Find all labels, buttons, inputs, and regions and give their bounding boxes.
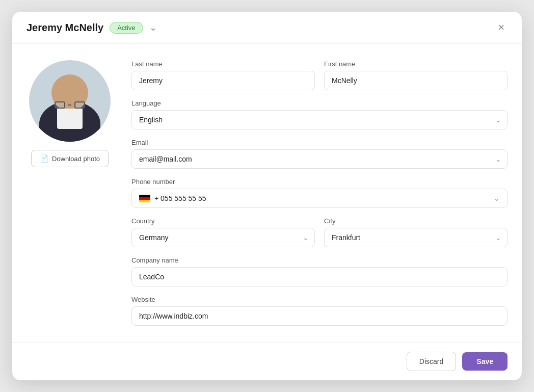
profile-modal: Jeremy McNelly Active ⌄ × 📄 Downl	[12, 12, 522, 380]
german-flag-icon	[139, 195, 150, 202]
location-row: Country Germany France USA UK ⌄ City	[131, 217, 508, 247]
first-name-input[interactable]	[324, 71, 508, 90]
company-input[interactable]	[131, 267, 508, 286]
modal-header: Jeremy McNelly Active ⌄ ×	[12, 12, 522, 44]
save-button[interactable]: Save	[462, 352, 508, 371]
phone-value: + 055 555 55 55	[154, 194, 490, 202]
company-group: Company name	[131, 256, 508, 286]
country-group: Country Germany France USA UK ⌄	[131, 217, 315, 247]
phone-select-wrapper: + 055 555 55 55 ⌄	[131, 189, 508, 208]
right-panel: Last name First name Language English Ge…	[131, 60, 508, 326]
last-name-group: Last name	[131, 60, 315, 90]
avatar	[29, 60, 111, 142]
email-group: Email email@mail.com ⌄	[131, 139, 508, 169]
name-row: Last name First name	[131, 60, 508, 90]
city-group: City Frankfurt Berlin Munich Hamburg ⌄	[324, 217, 508, 247]
email-label: Email	[131, 139, 508, 146]
glass-bridge	[68, 104, 71, 106]
close-button[interactable]: ×	[495, 21, 508, 34]
phone-group: Phone number + 055 555 55 55 ⌄	[131, 178, 508, 208]
country-select[interactable]: Germany France USA UK	[131, 228, 315, 247]
email-select[interactable]: email@mail.com	[131, 149, 508, 169]
avatar-collar	[57, 109, 83, 129]
download-icon: 📄	[40, 154, 48, 163]
company-label: Company name	[131, 256, 508, 264]
country-select-wrapper: Germany France USA UK ⌄	[131, 228, 315, 247]
download-photo-label: Download photo	[52, 155, 100, 163]
city-label: City	[324, 217, 508, 225]
last-name-label: Last name	[131, 60, 315, 68]
language-group: Language English German French Spanish ⌄	[131, 99, 508, 129]
status-dropdown-icon[interactable]: ⌄	[149, 22, 157, 33]
city-select[interactable]: Frankfurt Berlin Munich Hamburg	[324, 228, 508, 247]
modal-title: Jeremy McNelly	[26, 22, 103, 34]
first-name-group: First name	[324, 60, 508, 90]
phone-inner[interactable]: + 055 555 55 55 ⌄	[131, 189, 508, 208]
avatar-glasses	[55, 101, 85, 109]
glass-right	[74, 101, 85, 109]
last-name-input[interactable]	[131, 71, 315, 90]
website-label: Website	[131, 296, 508, 303]
first-name-label: First name	[324, 60, 508, 68]
left-panel: 📄 Download photo	[26, 60, 113, 326]
website-group: Website	[131, 296, 508, 326]
modal-body: 📄 Download photo Last name First name La…	[12, 44, 522, 343]
status-badge[interactable]: Active	[110, 22, 143, 34]
city-select-wrapper: Frankfurt Berlin Munich Hamburg ⌄	[324, 228, 508, 247]
discard-button[interactable]: Discard	[407, 352, 456, 371]
modal-footer: Discard Save	[12, 343, 522, 380]
language-select-wrapper: English German French Spanish ⌄	[131, 110, 508, 129]
country-label: Country	[131, 217, 315, 225]
phone-dropdown-icon: ⌄	[494, 194, 500, 202]
download-photo-button[interactable]: 📄 Download photo	[31, 150, 109, 167]
language-select[interactable]: English German French Spanish	[131, 110, 508, 129]
email-select-wrapper: email@mail.com ⌄	[131, 149, 508, 169]
avatar-head	[51, 74, 88, 111]
glass-left	[55, 101, 65, 109]
website-input[interactable]	[131, 306, 508, 326]
phone-label: Phone number	[131, 178, 508, 186]
language-label: Language	[131, 99, 508, 107]
